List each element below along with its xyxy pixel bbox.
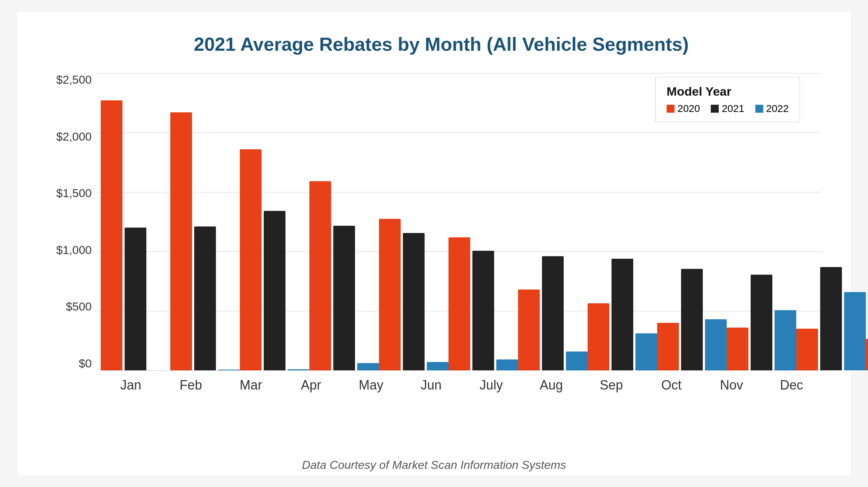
bar-2021 [612, 259, 633, 370]
x-labels: JanFebMarAprMayJunJulyAugSepOctNovDec [101, 374, 822, 393]
legend-label: 2021 [722, 103, 744, 115]
x-axis-label: Feb [161, 374, 221, 393]
month-group [379, 73, 448, 370]
month-group [240, 73, 309, 370]
legend-label: 2020 [677, 103, 700, 115]
bar-2020 [518, 290, 540, 370]
grid-line [97, 370, 822, 371]
bar-2022 [427, 362, 448, 370]
y-axis-label: $1,500 [56, 187, 92, 200]
footnote: Data Courtesy of Market Scan Information… [17, 458, 851, 472]
bar-2020 [866, 339, 868, 370]
bar-2021 [333, 226, 355, 370]
bar-2020 [657, 323, 679, 370]
legend-swatch [711, 105, 719, 113]
x-axis-label: Oct [641, 374, 701, 393]
month-group [101, 73, 170, 370]
month-group [448, 73, 518, 370]
legend-item: 2020 [667, 103, 700, 115]
x-axis-label: Apr [281, 374, 341, 393]
bar-2021 [125, 228, 146, 370]
month-group [866, 73, 868, 370]
bar-2021 [194, 226, 216, 370]
bar-2022 [635, 333, 657, 370]
bar-2020 [309, 181, 331, 370]
bar-2021 [681, 269, 703, 370]
month-group [796, 73, 866, 370]
x-axis-label: Sep [581, 374, 642, 393]
y-axis-label: $2,500 [56, 73, 92, 87]
y-axis-label: $1,000 [56, 244, 92, 257]
bar-2022 [288, 369, 309, 370]
bar-2021 [820, 267, 842, 370]
bar-2021 [542, 256, 564, 370]
bar-2020 [170, 112, 192, 370]
chart-area: $0$500$1,000$1,500$2,000$2,500 JanFebMar… [61, 73, 822, 417]
bar-2022 [844, 292, 866, 370]
y-axis: $0$500$1,000$1,500$2,000$2,500 [61, 73, 97, 370]
legend: Model Year 202020212022 [655, 77, 800, 122]
x-axis-label: Mar [221, 374, 281, 393]
bar-2022 [496, 359, 518, 370]
legend-item: 2021 [711, 103, 744, 115]
legend-title: Model Year [667, 84, 789, 99]
x-axis-label: July [461, 374, 521, 393]
legend-label: 2022 [766, 103, 789, 115]
bar-2021 [472, 251, 494, 370]
legend-items: 202020212022 [667, 103, 789, 115]
bar-2020 [448, 237, 470, 370]
legend-swatch [667, 105, 675, 113]
bar-2020 [379, 219, 401, 370]
x-axis-label: May [341, 374, 401, 393]
bar-2022 [357, 363, 379, 370]
bar-2022 [705, 319, 727, 370]
month-group [588, 73, 657, 370]
bar-2022 [218, 370, 240, 370]
month-group [170, 73, 240, 370]
bar-2021 [403, 233, 425, 370]
bar-2020 [588, 303, 609, 370]
y-axis-label: $2,000 [56, 130, 92, 143]
bar-2021 [751, 275, 772, 370]
x-axis-label: Jan [101, 374, 161, 393]
legend-swatch [755, 105, 763, 113]
month-group [518, 73, 588, 370]
bar-2020 [240, 149, 262, 370]
bar-2022 [566, 351, 588, 370]
bar-2021 [264, 211, 285, 370]
chart-container: 2021 Average Rebates by Month (All Vehic… [17, 12, 851, 475]
y-axis-label: $0 [79, 357, 92, 370]
month-group [309, 73, 379, 370]
x-axis-label: Nov [701, 374, 761, 393]
legend-item: 2022 [755, 103, 789, 115]
x-axis-label: Jun [401, 374, 461, 393]
chart-title: 2021 Average Rebates by Month (All Vehic… [61, 33, 822, 55]
x-axis-label: Aug [521, 374, 581, 393]
bar-2020 [101, 100, 122, 370]
bar-2020 [727, 328, 748, 370]
y-axis-label: $500 [66, 300, 92, 313]
bar-2020 [796, 329, 818, 370]
bar-2022 [775, 310, 796, 370]
x-axis-label: Dec [761, 374, 822, 393]
